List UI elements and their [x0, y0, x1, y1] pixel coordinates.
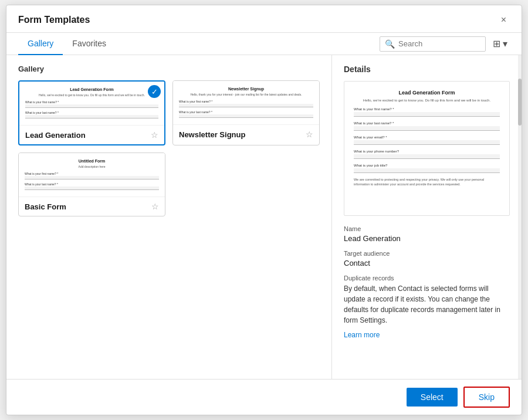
template-card-lead-generation[interactable]: ✓ Lead Generation Form Hello, we're exci…	[18, 80, 165, 145]
search-area: 🔍 ⊞ ▾	[380, 36, 510, 52]
select-button[interactable]: Select	[407, 388, 458, 407]
scrollbar-track[interactable]	[518, 55, 522, 379]
dp-field-input	[354, 168, 500, 173]
name-label: Name	[344, 225, 510, 232]
selected-check-icon: ✓	[148, 85, 161, 98]
template-name: Basic Form	[25, 202, 66, 211]
dp-preview-title: Lead Generation Form	[354, 90, 500, 96]
duplicate-label: Duplicate records	[344, 275, 510, 282]
search-input[interactable]	[398, 39, 480, 48]
preview-title: Untitled Form	[25, 159, 159, 163]
detail-section-audience: Target audience Contact	[344, 250, 510, 267]
template-card-basic[interactable]: Untitled Form Add description here What …	[18, 153, 165, 216]
scrollbar-thumb[interactable]	[518, 79, 522, 126]
tab-gallery[interactable]: Gallery	[18, 33, 63, 55]
preview-desc: Hello, we're excited to get to know you.…	[25, 93, 158, 97]
audience-label: Target audience	[344, 250, 510, 257]
template-preview: Untitled Form Add description here What …	[19, 153, 165, 197]
template-preview: Newsletter Signup Hello, thank you for y…	[173, 81, 319, 125]
preview-field-label: What is your last name? *	[25, 182, 159, 186]
details-preview-box: Lead Generation Form Hello, we're excite…	[344, 81, 510, 216]
dp-field-label: What is your job title?	[354, 164, 500, 167]
duplicate-text: By default, when Contact is selected for…	[344, 283, 510, 326]
preview-field-input	[25, 104, 158, 108]
preview-field-input	[25, 176, 159, 179]
dp-field-label: What is your phone number?	[354, 150, 500, 153]
form-templates-modal: Form Templates × Gallery Favorites 🔍 ⊞ ▾	[6, 5, 522, 415]
template-footer: Lead Generation ☆	[19, 126, 164, 144]
close-button[interactable]: ×	[497, 13, 510, 26]
details-panel: Details Lead Generation Form Hello, we'r…	[332, 55, 522, 379]
dp-field-label: What is your email? *	[354, 136, 500, 139]
modal-header: Form Templates ×	[6, 5, 522, 33]
dp-privacy-text: We are committed to protecting and respe…	[354, 178, 500, 187]
preview-field-input	[179, 114, 313, 118]
preview-field-label: What is your last name? *	[25, 111, 158, 114]
template-preview: ✓ Lead Generation Form Hello, we're exci…	[19, 82, 164, 126]
template-footer: Newsletter Signup ☆	[173, 125, 319, 144]
search-box: 🔍	[380, 36, 486, 52]
gallery-panel: Gallery ✓ Lead Generation Form Hello, we…	[6, 55, 332, 379]
templates-grid: ✓ Lead Generation Form Hello, we're exci…	[18, 80, 320, 216]
preview-desc: Hello, thank you for your interest - joi…	[179, 93, 313, 97]
star-icon[interactable]: ☆	[306, 130, 313, 139]
preview-field-input	[179, 104, 313, 107]
dp-preview-desc: Hello, we're excited to get to know you.…	[354, 98, 500, 103]
preview-field-input	[25, 115, 158, 118]
template-card-newsletter[interactable]: Newsletter Signup Hello, thank you for y…	[172, 80, 320, 145]
detail-section-duplicate: Duplicate records By default, when Conta…	[344, 275, 510, 340]
preview-title: Newsletter Signup	[179, 87, 313, 91]
dp-field-label: What is your last name? *	[354, 121, 500, 125]
dp-field-input	[354, 112, 500, 117]
search-icon: 🔍	[385, 39, 395, 49]
skip-button[interactable]: Skip	[463, 387, 510, 408]
tabs-bar: Gallery Favorites 🔍 ⊞ ▾	[6, 33, 522, 55]
preview-title: Lead Generation Form	[25, 87, 158, 92]
chevron-down-icon: ▾	[503, 38, 507, 49]
template-name: Lead Generation	[25, 131, 86, 140]
modal-body: Gallery ✓ Lead Generation Form Hello, we…	[6, 55, 522, 379]
preview-field-label: What is your last name? *	[179, 110, 313, 114]
dp-field-input	[354, 140, 500, 145]
tabs-container: Gallery Favorites	[18, 33, 116, 55]
preview-desc: Add description here	[25, 165, 159, 169]
template-footer: Basic Form ☆	[19, 197, 165, 216]
details-title: Details	[344, 65, 510, 74]
preview-field-input	[25, 187, 159, 190]
tab-favorites[interactable]: Favorites	[63, 33, 116, 55]
modal-footer: Select Skip	[6, 379, 522, 415]
star-icon[interactable]: ☆	[151, 130, 158, 140]
dp-field-label: What is your first name? *	[354, 107, 500, 111]
learn-more-link[interactable]: Learn more	[344, 331, 380, 339]
view-toggle[interactable]: ⊞ ▾	[490, 36, 510, 52]
template-name: Newsletter Signup	[179, 130, 245, 139]
audience-value: Contact	[344, 259, 510, 267]
preview-field-label: What is your first name? *	[25, 172, 159, 175]
modal-title: Form Templates	[18, 15, 90, 25]
name-value: Lead Generation	[344, 234, 510, 243]
star-icon[interactable]: ☆	[151, 202, 159, 211]
preview-field-label: What is your first name? *	[25, 100, 158, 104]
dp-field-input	[354, 126, 500, 131]
dp-field-input	[354, 154, 500, 159]
preview-field-label: What is your first name? *	[179, 100, 313, 103]
grid-icon: ⊞	[493, 38, 500, 49]
gallery-title: Gallery	[18, 65, 320, 73]
detail-section-name: Name Lead Generation	[344, 225, 510, 243]
